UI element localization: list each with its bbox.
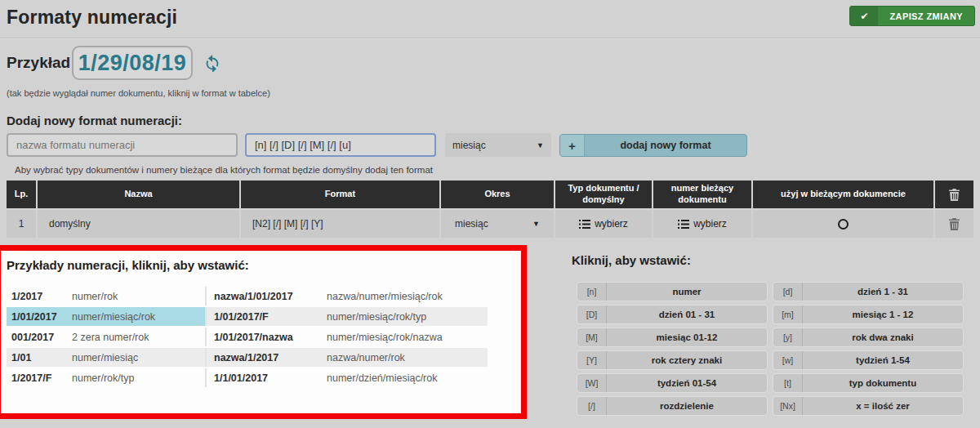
example-item-selected[interactable]: 1/01/2017 numer/miesiąc/rok bbox=[7, 307, 207, 326]
examples-heading: Przykłady numeracji, kliknij, aby wstawi… bbox=[7, 258, 249, 272]
header-divider bbox=[0, 38, 980, 39]
add-format-button[interactable]: + dodaj nowy format bbox=[559, 134, 747, 157]
token-code: [w] bbox=[773, 351, 803, 369]
example-item[interactable]: 1/01/2017/F numer/miesiąc/rok/typ bbox=[207, 307, 488, 326]
example-item[interactable]: 001/2017 2 zera numer/rok bbox=[7, 328, 207, 346]
example-desc: numer/rok/typ bbox=[72, 372, 134, 384]
col-header-lp: Lp. bbox=[7, 181, 38, 208]
token-code: [n] bbox=[577, 283, 607, 301]
choose-doc-type-button[interactable]: wybierz bbox=[579, 218, 628, 230]
example-row: 1/01 numer/miesiąc nazwa/1/2017 nazwa/nu… bbox=[7, 348, 488, 367]
cell-lp: 1 bbox=[7, 210, 38, 238]
col-header-delete bbox=[935, 181, 973, 208]
example-item[interactable]: 1/2017/F numer/rok/typ bbox=[7, 368, 207, 387]
token-label: dzień 01 - 31 bbox=[607, 305, 767, 323]
examples-table: 1/2017 numer/rok nazwa/1/01/2017 nazwa/n… bbox=[7, 287, 488, 389]
cell-okres: miesiąc ▼ bbox=[441, 210, 555, 238]
insert-token-button-t[interactable]: [t] typ dokumentu bbox=[773, 373, 964, 393]
example-item[interactable]: nazwa/1/2017 nazwa/numer/rok bbox=[207, 348, 488, 367]
example-code: 001/2017 bbox=[11, 332, 72, 343]
formats-table: Lp. Nazwa Format Okres Typ dokumentu / d… bbox=[7, 181, 973, 238]
formats-table-row: 1 domyślny [N2] [/] [M] [/] [Y] miesiąc … bbox=[7, 208, 973, 238]
example-desc: numer/miesiąc bbox=[72, 352, 138, 363]
insert-token-button-Nx[interactable]: [Nx] x = ilość zer bbox=[773, 396, 964, 416]
token-label: tydzień 01-54 bbox=[607, 374, 767, 392]
token-code: [Y] bbox=[577, 351, 607, 369]
example-number-preview: 1/29/08/19 bbox=[72, 46, 193, 80]
cell-typ-dokumentu: wybierz bbox=[555, 210, 653, 238]
example-row: 1/01/2017 numer/miesiąc/rok 1/01/2017/F … bbox=[7, 307, 488, 326]
col-header-format: Format bbox=[241, 181, 441, 208]
col-header-typ-dokumentu: Typ dokumentu / domyślny bbox=[555, 181, 653, 208]
save-changes-label: ZAPISZ ZMIANY bbox=[878, 7, 974, 25]
insert-token-button-y[interactable]: [y] rok dwa znaki bbox=[773, 328, 964, 347]
example-item[interactable]: nazwa/1/01/2017 nazwa/numer/miesiąc/rok bbox=[207, 287, 488, 305]
insert-panel-heading: Kliknij, aby wstawić: bbox=[572, 253, 691, 267]
example-desc: numer/dzień/miesiąc/rok bbox=[327, 372, 437, 384]
example-row: 1/2017/F numer/rok/typ 1/1/01/2017 numer… bbox=[7, 368, 488, 387]
token-label: typ dokumentu bbox=[803, 374, 963, 392]
example-desc: nazwa/numer/miesiąc/rok bbox=[327, 291, 443, 302]
period-select[interactable]: miesiąc ▼ bbox=[445, 133, 551, 157]
example-desc: nazwa/numer/rok bbox=[327, 352, 405, 363]
add-format-hint: Aby wybrać typy dokumentów i numery bież… bbox=[15, 165, 433, 175]
format-pattern-input[interactable] bbox=[245, 133, 436, 157]
insert-token-button-n[interactable]: [n] numer bbox=[577, 282, 768, 301]
cell-uzyj bbox=[753, 210, 935, 238]
choose-current-number-button[interactable]: wybierz bbox=[678, 218, 727, 230]
delete-row-trash-icon[interactable] bbox=[949, 218, 960, 230]
cell-delete bbox=[935, 210, 973, 238]
example-item[interactable]: 1/1/01/2017 numer/dzień/miesiąc/rok bbox=[207, 368, 488, 387]
example-item[interactable]: 1/01/2017/nazwa numer/miesiąc/rok/nazwa bbox=[207, 328, 488, 346]
chevron-down-icon: ▼ bbox=[532, 220, 540, 228]
add-format-button-label: dodaj nowy format bbox=[585, 135, 746, 156]
token-code: [m] bbox=[773, 305, 803, 323]
use-in-current-doc-radio[interactable] bbox=[838, 219, 849, 230]
token-code: [M] bbox=[577, 328, 607, 346]
token-label: rok cztery znaki bbox=[607, 351, 767, 369]
example-code: 1/01/2017 bbox=[11, 311, 72, 323]
col-header-okres: Okres bbox=[441, 181, 555, 208]
insert-token-button-m[interactable]: [m] miesiąc 1 - 12 bbox=[773, 305, 964, 324]
example-hint: (tak będzie wyglądał numer dokumentu, kl… bbox=[7, 88, 270, 98]
example-code: 1/2017 bbox=[11, 291, 72, 302]
insert-token-button-D[interactable]: [D] dzień 01 - 31 bbox=[577, 305, 768, 324]
example-desc: numer/miesiąc/rok/nazwa bbox=[327, 332, 443, 343]
insert-token-button-Y[interactable]: [Y] rok cztery znaki bbox=[577, 350, 768, 370]
token-label: rozdzielenie bbox=[607, 397, 767, 415]
cell-nazwa[interactable]: domyślny bbox=[38, 210, 241, 238]
row-okres-select[interactable]: miesiąc ▼ bbox=[448, 213, 547, 234]
row-okres-value: miesiąc bbox=[455, 218, 488, 230]
insert-token-button-separator[interactable]: [/] rozdzielenie bbox=[577, 396, 768, 416]
chevron-down-icon: ▼ bbox=[537, 141, 544, 149]
example-row: 1/2017 numer/rok nazwa/1/01/2017 nazwa/n… bbox=[7, 287, 488, 305]
save-changes-button[interactable]: ✔ ZAPISZ ZMIANY bbox=[849, 6, 975, 26]
list-icon bbox=[579, 220, 590, 229]
token-code: [d] bbox=[773, 283, 803, 301]
col-header-numer-biezacy: numer bieżący dokumentu bbox=[653, 181, 753, 208]
choose-doc-type-label: wybierz bbox=[595, 218, 628, 230]
insert-buttons-grid: [n] numer [d] dzień 1 - 31 [D] dzień 01 … bbox=[577, 282, 964, 416]
example-desc: numer/rok bbox=[72, 291, 118, 302]
example-item[interactable]: 1/2017 numer/rok bbox=[7, 287, 207, 305]
token-label: miesiąc 1 - 12 bbox=[803, 305, 963, 323]
refresh-icon[interactable] bbox=[203, 54, 221, 72]
example-item[interactable]: 1/01 numer/miesiąc bbox=[7, 348, 207, 367]
token-code: [Nx] bbox=[773, 397, 803, 415]
token-code: [D] bbox=[577, 305, 607, 323]
token-label: rok dwa znaki bbox=[803, 328, 963, 346]
choose-current-number-label: wybierz bbox=[693, 218, 727, 230]
format-name-input[interactable] bbox=[7, 133, 238, 157]
col-header-nazwa: Nazwa bbox=[38, 181, 241, 208]
example-desc: 2 zera numer/rok bbox=[72, 332, 149, 343]
token-label: dzień 1 - 31 bbox=[803, 283, 963, 301]
insert-token-button-W[interactable]: [W] tydzień 01-54 bbox=[577, 373, 768, 393]
insert-token-button-d[interactable]: [d] dzień 1 - 31 bbox=[773, 282, 964, 301]
token-code: [/] bbox=[577, 397, 607, 415]
cell-format[interactable]: [N2] [/] [M] [/] [Y] bbox=[241, 210, 441, 238]
example-code: nazwa/1/01/2017 bbox=[214, 291, 327, 302]
insert-token-button-M[interactable]: [M] miesiąc 01-12 bbox=[577, 328, 768, 347]
example-row: 001/2017 2 zera numer/rok 1/01/2017/nazw… bbox=[7, 328, 488, 346]
token-label: x = ilość zer bbox=[803, 397, 963, 415]
insert-token-button-w[interactable]: [w] tydzień 1-54 bbox=[773, 350, 964, 370]
